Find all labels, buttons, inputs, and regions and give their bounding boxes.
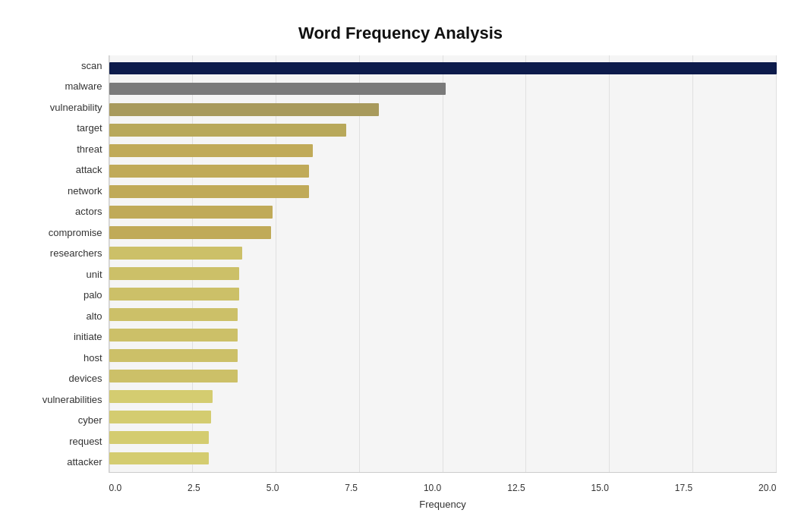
- y-label: vulnerability: [25, 102, 102, 112]
- bar-row: [109, 304, 777, 325]
- bar: [109, 185, 310, 198]
- plot-area: 0.02.55.07.510.012.515.017.520.0 Frequen…: [109, 55, 777, 473]
- bar-row: [109, 427, 777, 448]
- chart-container: Word Frequency Analysis scanmalwarevulne…: [10, 8, 792, 524]
- bar-row: [109, 99, 777, 120]
- y-label: devices: [25, 373, 102, 383]
- x-axis-label: 20.0: [758, 483, 776, 493]
- bar: [109, 452, 210, 465]
- bar-row: [109, 407, 777, 427]
- bar: [109, 267, 239, 280]
- bar-row: [109, 58, 777, 79]
- bar-row: [109, 386, 777, 407]
- y-label: malware: [25, 81, 102, 91]
- y-label: alto: [25, 311, 102, 321]
- x-axis-label: 2.5: [188, 483, 200, 493]
- bar: [109, 431, 210, 444]
- bar: [109, 370, 238, 382]
- bar-row: [109, 79, 777, 99]
- chart-title: Word Frequency Analysis: [25, 24, 777, 43]
- y-label: target: [25, 123, 102, 133]
- x-axis-label: 17.5: [675, 483, 692, 493]
- chart-area: scanmalwarevulnerabilitytargetthreatatta…: [25, 55, 777, 473]
- bar-row: [109, 222, 777, 243]
- bar-row: [109, 263, 777, 284]
- x-axis-labels: 0.02.55.07.510.012.515.017.520.0: [109, 483, 777, 493]
- x-axis-title: Frequency: [109, 499, 777, 510]
- bar-row: [109, 120, 777, 140]
- bars-wrapper: [109, 55, 777, 472]
- y-label: request: [25, 436, 102, 446]
- y-label: actors: [25, 206, 102, 216]
- x-axis-label: 10.0: [424, 483, 441, 493]
- x-axis-label: 15.0: [591, 483, 609, 493]
- y-label: initiate: [25, 332, 102, 342]
- y-label: palo: [25, 290, 102, 300]
- y-label: cyber: [25, 415, 102, 425]
- x-axis-label: 7.5: [345, 483, 358, 493]
- y-label: researchers: [25, 248, 102, 258]
- bar: [109, 247, 243, 260]
- bar: [109, 206, 273, 219]
- bar-row: [109, 243, 777, 263]
- x-axis-label: 0.0: [109, 483, 122, 493]
- bar-row: [109, 448, 777, 468]
- y-label: attacker: [25, 457, 102, 467]
- bar-row: [109, 325, 777, 345]
- bar-row: [109, 345, 777, 366]
- bar-row: [109, 366, 777, 386]
- y-label: network: [25, 186, 102, 196]
- y-label: scan: [25, 61, 102, 71]
- bar: [109, 226, 271, 239]
- y-label: vulnerabilities: [25, 395, 102, 405]
- y-label: host: [25, 353, 102, 363]
- bar-row: [109, 181, 777, 202]
- bar: [109, 165, 310, 178]
- x-axis-label: 12.5: [507, 483, 525, 493]
- bar: [109, 390, 213, 403]
- y-label: attack: [25, 165, 102, 175]
- bar: [109, 349, 238, 362]
- bar-row: [109, 161, 777, 181]
- bar: [109, 62, 777, 75]
- y-label: compromise: [25, 228, 102, 238]
- y-label: unit: [25, 269, 102, 279]
- bar: [109, 103, 380, 116]
- bar: [109, 411, 211, 423]
- bar: [109, 83, 446, 96]
- bar: [109, 124, 346, 137]
- bar: [109, 288, 239, 301]
- y-axis: scanmalwarevulnerabilitytargetthreatatta…: [25, 55, 109, 473]
- bar-row: [109, 140, 777, 161]
- y-label: threat: [25, 144, 102, 154]
- bar: [109, 144, 313, 157]
- bar: [109, 308, 238, 321]
- bar: [109, 329, 238, 342]
- bar-row: [109, 202, 777, 222]
- x-axis-label: 5.0: [266, 483, 279, 493]
- bar-row: [109, 284, 777, 304]
